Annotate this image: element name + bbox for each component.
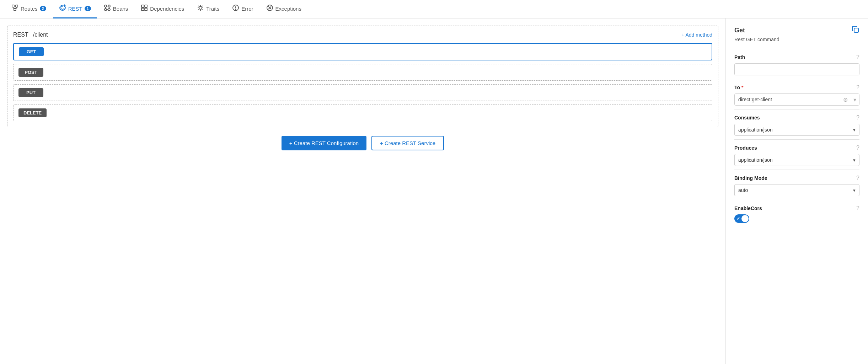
to-label: To *	[734, 85, 744, 90]
svg-point-9	[105, 5, 107, 7]
field-consumes: Consumes ? application/json ▾	[734, 109, 859, 139]
enable-cors-toggle-wrap: ✓	[734, 214, 859, 223]
create-rest-service-button[interactable]: + Create REST Service	[371, 136, 444, 150]
right-panel-title: Get	[734, 27, 745, 34]
post-badge: POST	[18, 68, 43, 77]
nav-label-beans: Beans	[113, 6, 128, 12]
path-help-icon[interactable]: ?	[856, 54, 859, 60]
put-badge: PUT	[18, 88, 43, 97]
consumes-select[interactable]: application/json ▾	[734, 124, 859, 136]
right-panel: Get Rest GET command Path ? To	[726, 18, 868, 364]
consumes-value: application/json	[738, 127, 773, 133]
nav-label-exceptions: Exceptions	[275, 6, 301, 12]
toggle-thumb	[741, 215, 749, 222]
to-clear-icon[interactable]: ⊗	[840, 96, 851, 103]
field-binding-mode: Binding Mode ? auto ▾	[734, 170, 859, 200]
nav-item-rest[interactable]: REST 1	[53, 0, 97, 18]
svg-rect-1	[16, 5, 18, 7]
exceptions-icon	[266, 4, 273, 13]
path-input-wrap	[734, 63, 859, 75]
to-required-star: *	[741, 85, 743, 90]
to-input[interactable]	[735, 94, 840, 105]
dependencies-icon	[141, 4, 148, 13]
produces-help-icon[interactable]: ?	[856, 145, 859, 151]
field-to: To * ? ⊗ ▾	[734, 79, 859, 109]
nav-item-traits[interactable]: Traits	[191, 0, 225, 18]
left-panel: REST /client + Add method GET POST PUT	[0, 18, 726, 364]
nav-item-routes[interactable]: Routes 2	[6, 0, 52, 18]
to-help-icon[interactable]: ?	[856, 84, 859, 91]
rest-block-title: REST /client	[13, 32, 48, 38]
create-rest-config-button[interactable]: + Create REST Configuration	[282, 136, 366, 150]
navbar: Routes 2 REST 1	[0, 0, 868, 18]
svg-point-11	[105, 9, 107, 11]
produces-value: application/json	[738, 157, 773, 163]
nav-item-dependencies[interactable]: Dependencies	[135, 0, 190, 18]
produces-select[interactable]: application/json ▾	[734, 154, 859, 166]
consumes-help-icon[interactable]: ?	[856, 114, 859, 121]
method-row-get[interactable]: GET	[13, 43, 712, 60]
binding-mode-select[interactable]: auto ▾	[734, 184, 859, 196]
error-icon	[232, 4, 239, 13]
field-enable-cors: EnableCors ? ✓	[734, 200, 859, 226]
right-panel-subtitle: Rest GET command	[734, 37, 859, 42]
nav-item-beans[interactable]: Beans	[98, 0, 134, 18]
nav-label-error: Error	[241, 6, 253, 12]
add-method-button[interactable]: + Add method	[681, 32, 712, 38]
method-row-delete[interactable]: DELETE	[13, 105, 712, 121]
beans-icon	[104, 4, 111, 13]
svg-point-24	[235, 9, 236, 10]
path-input[interactable]	[735, 64, 859, 75]
svg-rect-19	[141, 8, 144, 11]
to-input-wrap: ⊗ ▾	[734, 93, 859, 106]
svg-rect-20	[145, 8, 147, 11]
bottom-buttons: + Create REST Configuration + Create RES…	[7, 136, 718, 150]
method-row-post[interactable]: POST	[13, 64, 712, 81]
enable-cors-help-icon[interactable]: ?	[856, 205, 859, 212]
path-label: Path	[734, 54, 745, 60]
nav-label-traits: Traits	[206, 6, 219, 12]
consumes-label: Consumes	[734, 115, 760, 121]
svg-point-12	[108, 9, 110, 11]
consumes-chevron: ▾	[853, 127, 856, 133]
rest-block: REST /client + Add method GET POST PUT	[7, 26, 718, 127]
delete-badge: DELETE	[18, 108, 47, 117]
to-dropdown-icon[interactable]: ▾	[851, 96, 859, 103]
get-badge: GET	[19, 47, 44, 56]
binding-mode-value: auto	[738, 187, 748, 193]
svg-rect-18	[145, 5, 147, 7]
binding-mode-chevron: ▾	[853, 188, 856, 193]
binding-mode-label: Binding Mode	[734, 175, 767, 181]
produces-label: Produces	[734, 145, 757, 151]
nav-item-error[interactable]: Error	[226, 0, 259, 18]
routes-badge: 2	[40, 6, 46, 11]
nav-label-rest: REST	[68, 6, 82, 12]
main-layout: REST /client + Add method GET POST PUT	[0, 18, 868, 364]
svg-rect-0	[12, 5, 14, 7]
routes-icon	[11, 4, 18, 13]
rest-block-header: REST /client + Add method	[13, 32, 712, 38]
svg-rect-17	[141, 5, 144, 7]
svg-rect-28	[854, 28, 858, 32]
produces-chevron: ▾	[853, 157, 856, 163]
copy-icon[interactable]	[852, 26, 859, 35]
rest-icon	[59, 4, 66, 13]
svg-rect-2	[14, 9, 16, 11]
svg-point-10	[108, 5, 110, 7]
field-produces: Produces ? application/json ▾	[734, 139, 859, 170]
field-path: Path ?	[734, 49, 859, 79]
svg-point-21	[199, 6, 202, 9]
nav-label-routes: Routes	[21, 6, 38, 12]
nav-item-exceptions[interactable]: Exceptions	[261, 0, 307, 18]
right-panel-header: Get	[734, 26, 859, 35]
enable-cors-toggle[interactable]: ✓	[734, 214, 749, 223]
rest-badge: 1	[85, 6, 91, 11]
nav-label-dependencies: Dependencies	[150, 6, 184, 12]
enable-cors-label: EnableCors	[734, 205, 762, 211]
traits-icon	[197, 4, 204, 13]
method-row-put[interactable]: PUT	[13, 84, 712, 101]
binding-mode-help-icon[interactable]: ?	[856, 175, 859, 181]
